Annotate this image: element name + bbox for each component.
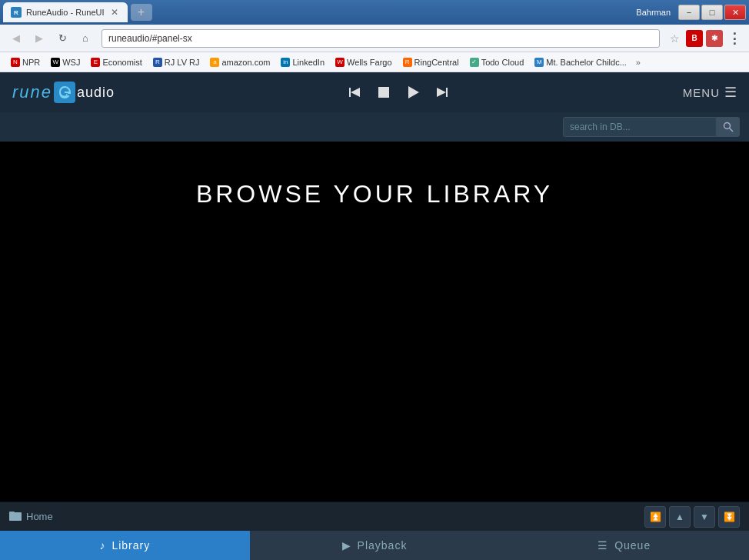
extension-icon-2[interactable]: ✱ <box>706 30 723 47</box>
bookmark-favicon-npr: N <box>11 58 20 67</box>
bookmark-mtbachelor[interactable]: M Mt. Bachelor Childc... <box>530 56 631 68</box>
bookmark-label-amazon: amazon.com <box>221 58 270 67</box>
bookmark-label-economist: Economist <box>102 58 141 67</box>
bookmark-favicon-ringcentral: R <box>403 58 412 67</box>
next-track-button[interactable] <box>431 81 454 104</box>
close-window-button[interactable]: ✕ <box>724 5 746 20</box>
bookmark-todocloud[interactable]: ✓ Todo Cloud <box>465 56 529 68</box>
bookmark-npr[interactable]: N NPR <box>6 56 45 68</box>
svg-marker-1 <box>351 88 360 97</box>
transport-controls <box>343 81 454 104</box>
search-button[interactable] <box>717 117 740 137</box>
svg-line-7 <box>730 128 734 132</box>
bookmark-ringcentral[interactable]: R RingCentral <box>398 56 464 68</box>
browse-title: BROWSE YOUR LIBRARY <box>31 172 718 208</box>
svg-marker-4 <box>437 88 446 97</box>
bookmark-label-wsj: WSJ <box>62 58 80 67</box>
title-bar: R RuneAudio - RuneUI ✕ + Bahrman − □ ✕ <box>0 0 749 25</box>
browser-menu-button[interactable]: ⋮ <box>726 30 743 47</box>
logo-rune-text: rune <box>12 82 52 102</box>
bookmark-favicon-rj: R <box>153 58 162 67</box>
address-bar[interactable] <box>102 29 660 48</box>
playback-tab-icon: ▶ <box>342 539 351 552</box>
scroll-top-button[interactable]: ⏫ <box>644 506 666 528</box>
play-icon <box>405 85 421 100</box>
prev-track-button[interactable] <box>343 81 366 104</box>
playback-tab-label: Playback <box>358 539 408 552</box>
bookmark-favicon-amazon: a <box>210 58 219 67</box>
stop-icon <box>377 85 391 99</box>
window-controls: Bahrman − □ ✕ <box>636 5 746 20</box>
svg-rect-2 <box>378 87 389 98</box>
home-folder-icon <box>9 510 22 523</box>
bottom-bar: Home ⏫ ▲ ▼ ⏬ <box>0 502 749 531</box>
bookmark-label-ringcentral: RingCentral <box>414 58 459 67</box>
svg-marker-0 <box>349 88 351 97</box>
bookmarks-more-button[interactable]: » <box>633 56 644 68</box>
bookmark-favicon-economist: E <box>91 58 100 67</box>
search-input[interactable] <box>563 117 717 137</box>
bookmark-label-linkedin: LinkedIn <box>292 58 325 67</box>
scroll-bottom-button[interactable]: ⏬ <box>718 506 740 528</box>
main-content: BROWSE YOUR LIBRARY <box>0 142 749 502</box>
folder-icon <box>9 510 22 521</box>
back-button[interactable]: ◀ <box>6 28 26 48</box>
svg-marker-5 <box>446 88 448 97</box>
bookmark-favicon-wellsfargo: W <box>335 58 345 67</box>
menu-button[interactable]: MENU ☰ <box>683 84 737 101</box>
logo-audio-text: audio <box>77 85 115 101</box>
tab-playback[interactable]: ▶ Playback <box>250 531 500 560</box>
queue-tab-icon: ☰ <box>598 539 608 552</box>
stop-button[interactable] <box>372 81 395 104</box>
search-bar <box>0 112 749 142</box>
bookmark-favicon-wsj: W <box>51 58 60 67</box>
tab-library[interactable]: ♪ Library <box>0 531 250 560</box>
queue-tab-label: Queue <box>614 539 651 552</box>
bookmark-economist[interactable]: E Economist <box>86 56 146 68</box>
menu-label: MENU <box>683 86 720 99</box>
scroll-controls: ⏫ ▲ ▼ ⏬ <box>644 506 740 528</box>
play-button[interactable] <box>401 81 424 104</box>
svg-rect-9 <box>9 512 15 514</box>
home-label: Home <box>26 511 53 522</box>
bookmark-wsj[interactable]: W WSJ <box>46 56 85 68</box>
maximize-button[interactable]: □ <box>701 5 723 20</box>
bookmark-favicon-linkedin: in <box>281 58 290 67</box>
new-tab-button[interactable]: + <box>131 4 152 21</box>
extension-icon-1[interactable]: B <box>686 30 703 47</box>
bookmark-rj[interactable]: R RJ LV RJ <box>148 56 205 68</box>
tab-title: RuneAudio - RuneUI <box>26 8 105 17</box>
refresh-button[interactable]: ↻ <box>52 28 72 48</box>
bookmark-label-npr: NPR <box>22 58 40 67</box>
minimize-button[interactable]: − <box>678 5 700 20</box>
logo-g-icon <box>57 85 72 100</box>
bookmark-wellsfargo[interactable]: W Wells Fargo <box>331 56 396 68</box>
prev-icon <box>347 85 362 100</box>
scroll-up-button[interactable]: ▲ <box>669 506 691 528</box>
user-name: Bahrman <box>636 8 671 17</box>
nav-bar: ◀ ▶ ↻ ⌂ ☆ B ✱ ⋮ <box>0 25 749 52</box>
bookmark-amazon[interactable]: a amazon.com <box>205 56 275 68</box>
library-tab-label: Library <box>112 539 150 552</box>
forward-button[interactable]: ▶ <box>29 28 49 48</box>
browser-tab[interactable]: R RuneAudio - RuneUI ✕ <box>3 2 128 22</box>
bookmark-label-rj: RJ LV RJ <box>165 58 200 67</box>
logo-g-symbol <box>54 82 75 103</box>
search-icon <box>723 122 734 132</box>
bookmark-favicon-mtbachelor: M <box>534 58 544 67</box>
svg-point-6 <box>724 123 731 129</box>
svg-marker-3 <box>408 86 419 98</box>
close-tab-button[interactable]: ✕ <box>109 7 120 18</box>
bookmark-star-icon[interactable]: ☆ <box>666 30 683 47</box>
app-header: rune audio MENU ☰ <box>0 72 749 112</box>
tab-favicon: R <box>11 7 22 18</box>
bookmark-linkedin[interactable]: in LinkedIn <box>276 56 329 68</box>
scroll-down-button[interactable]: ▼ <box>694 506 715 528</box>
bookmark-label-todocloud: Todo Cloud <box>481 58 524 67</box>
hamburger-icon: ☰ <box>724 84 737 101</box>
logo: rune audio <box>12 82 115 103</box>
tab-queue[interactable]: ☰ Queue <box>499 531 749 560</box>
home-button[interactable]: ⌂ <box>75 28 95 48</box>
bookmark-label-wellsfargo: Wells Fargo <box>347 58 391 67</box>
bookmarks-bar: N NPR W WSJ E Economist R RJ LV RJ a ama… <box>0 52 749 72</box>
